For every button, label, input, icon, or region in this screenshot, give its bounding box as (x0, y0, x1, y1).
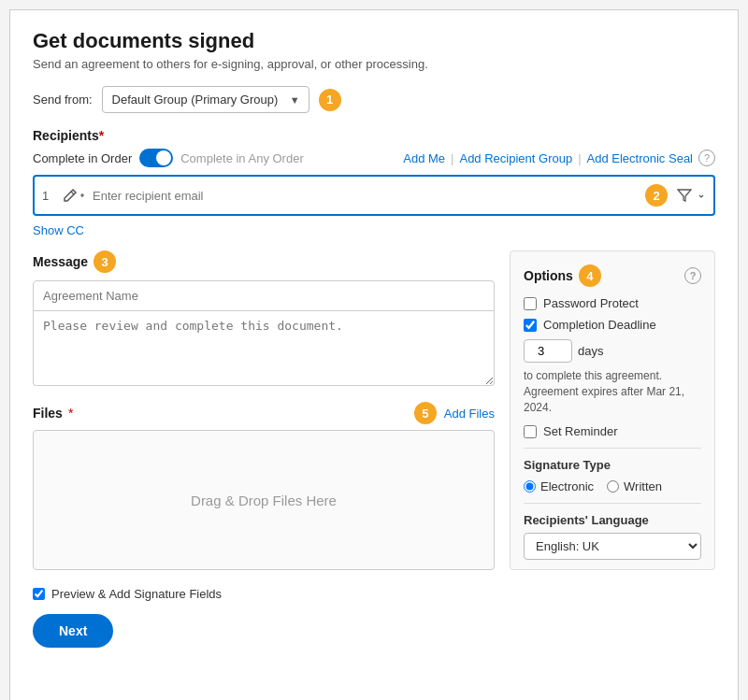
recipients-required: * (99, 128, 104, 143)
password-protect-row: Password Protect (524, 296, 701, 310)
send-from-label: Send from: (33, 93, 93, 107)
files-label: Files (33, 406, 63, 421)
add-me-link[interactable]: Add Me (403, 151, 445, 165)
set-reminder-checkbox[interactable] (524, 425, 537, 438)
complete-order-toggle[interactable] (139, 149, 173, 167)
complete-any-order-label: Complete in Any Order (180, 151, 304, 165)
left-column: Message 3 Files * 5 Add Files (33, 250, 495, 570)
page-container: Get documents signed Send an agreement t… (9, 9, 739, 700)
deadline-days-label: days (578, 344, 603, 358)
add-electronic-seal-link[interactable]: Add Electronic Seal (587, 151, 693, 165)
written-radio-option[interactable]: Written (607, 479, 662, 493)
step-badge-2: 2 (645, 184, 668, 207)
written-label: Written (624, 479, 662, 493)
deadline-note: to complete this agreement. Agreement ex… (524, 368, 701, 415)
filter-icon[interactable] (677, 189, 706, 202)
electronic-radio-option[interactable]: Electronic (524, 479, 594, 493)
set-reminder-label[interactable]: Set Reminder (543, 424, 617, 438)
recipient-row: 1 2 (33, 175, 715, 216)
add-files-link[interactable]: Add Files (444, 407, 495, 421)
message-textarea[interactable] (33, 311, 495, 386)
files-required-star: * (68, 406, 73, 421)
recipient-links: Add Me | Add Recipient Group | Add Elect… (403, 150, 715, 166)
deadline-days-input[interactable] (524, 339, 572, 363)
options-help-icon[interactable]: ? (684, 267, 701, 284)
recipient-number: 1 (42, 189, 55, 203)
next-button[interactable]: Next (33, 614, 113, 648)
help-icon[interactable]: ? (698, 150, 715, 166)
toggle-slider (139, 149, 173, 167)
drop-zone[interactable]: Drag & Drop Files Here (33, 430, 495, 570)
page-subtitle: Send an agreement to others for e-signin… (33, 57, 715, 71)
written-radio[interactable] (607, 480, 619, 493)
set-reminder-row: Set Reminder (524, 424, 701, 438)
page-title: Get documents signed (33, 29, 715, 53)
files-section: Files * 5 Add Files Drag & Drop Files He… (33, 402, 495, 570)
right-column: Options 4 ? Password Protect Completion … (510, 250, 715, 570)
send-from-select[interactable]: Default Group (Primary Group) (102, 86, 309, 113)
password-protect-label[interactable]: Password Protect (543, 296, 639, 310)
step-badge-5: 5 (414, 402, 437, 424)
preview-checkbox[interactable] (33, 588, 45, 600)
main-columns: Message 3 Files * 5 Add Files (33, 250, 715, 570)
options-header: Options 4 ? (524, 264, 701, 287)
signature-type-radio-row: Electronic Written (524, 479, 701, 493)
divider-2 (524, 503, 701, 504)
divider-1 (524, 448, 701, 449)
message-section-label: Message 3 (33, 250, 495, 273)
options-panel: Options 4 ? Password Protect Completion … (510, 250, 715, 570)
signature-type-label: Signature Type (524, 458, 701, 472)
recipient-email-input[interactable] (93, 189, 645, 203)
preview-checkbox-row: Preview & Add Signature Fields (33, 587, 715, 601)
files-header: Files * 5 Add Files (33, 402, 495, 424)
password-protect-checkbox[interactable] (524, 297, 537, 310)
step-badge-3: 3 (94, 250, 116, 273)
language-label: Recipients' Language (524, 513, 701, 527)
deadline-row: days (524, 339, 701, 363)
send-from-row: Send from: Default Group (Primary Group)… (33, 86, 715, 113)
bottom-bar: Preview & Add Signature Fields Next (33, 587, 715, 648)
completion-deadline-row: Completion Deadline (524, 318, 701, 332)
language-select[interactable]: English: UKEnglish: USFrenchGermanSpanis… (524, 533, 701, 560)
order-controls: Complete in Order Complete in Any Order (33, 149, 304, 167)
step-badge-1: 1 (319, 89, 341, 111)
completion-deadline-label[interactable]: Completion Deadline (543, 318, 656, 332)
send-from-select-wrapper: Default Group (Primary Group) ▼ (102, 86, 309, 113)
step-badge-4: 4 (579, 264, 601, 287)
preview-label[interactable]: Preview & Add Signature Fields (51, 587, 222, 601)
drop-zone-text: Drag & Drop Files Here (191, 493, 337, 508)
agreement-name-input[interactable] (33, 280, 495, 311)
add-recipient-group-link[interactable]: Add Recipient Group (459, 151, 572, 165)
pen-icon (63, 188, 87, 203)
electronic-label: Electronic (540, 479, 594, 493)
complete-in-order-label: Complete in Order (33, 151, 132, 165)
recipients-controls: Complete in Order Complete in Any Order … (33, 149, 715, 167)
completion-deadline-checkbox[interactable] (524, 319, 537, 332)
electronic-radio[interactable] (524, 480, 536, 493)
svg-line-0 (71, 192, 74, 194)
recipients-label: Recipients* (33, 128, 715, 143)
show-cc-link[interactable]: Show CC (33, 223, 715, 237)
